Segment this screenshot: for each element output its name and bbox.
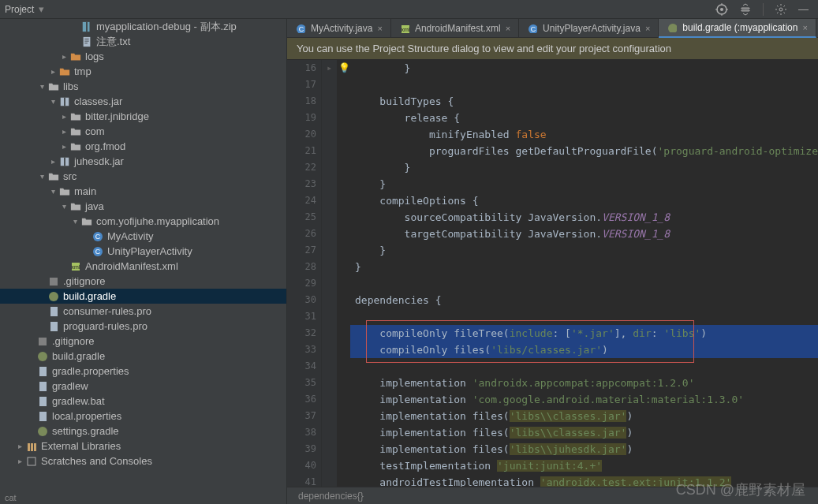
tree-row[interactable]: settings.gradle <box>0 424 286 439</box>
settings-icon[interactable] <box>775 3 787 16</box>
code-editor[interactable]: } buildTypes { release { minifyEnabled f… <box>350 60 818 487</box>
expand-arrow[interactable]: ▸ <box>58 112 69 121</box>
code-line[interactable]: } <box>350 176 818 192</box>
line-number[interactable]: 36 <box>292 391 316 408</box>
code-line[interactable]: compileOnly fileTree(include: ['*.jar'],… <box>350 325 818 342</box>
code-line[interactable]: buildTypes { <box>350 93 818 110</box>
tree-row[interactable]: myapplication-debug - 副本.zip <box>0 19 286 34</box>
expand-arrow[interactable]: ▸ <box>47 157 58 166</box>
code-line[interactable]: testImplementation 'junit:junit:4.+' <box>350 457 818 474</box>
tree-row[interactable]: CUnityPlayerActivity <box>0 244 286 259</box>
tree-row[interactable]: 注意.txt <box>0 34 286 49</box>
line-number[interactable]: 28 <box>292 259 316 275</box>
code-line[interactable] <box>350 77 818 93</box>
line-number[interactable]: 25 <box>292 209 316 226</box>
line-number[interactable]: 18 <box>292 93 316 110</box>
editor-tab[interactable]: build.gradle (:myapplication× <box>659 19 816 38</box>
tree-row[interactable]: proguard-rules.pro <box>0 319 286 334</box>
tree-row[interactable]: .gitignore <box>0 334 286 349</box>
line-number[interactable]: 17 <box>292 77 316 93</box>
code-line[interactable]: implementation files('libs\\classes.jar'… <box>350 408 818 424</box>
expand-arrow[interactable]: ▾ <box>36 172 47 181</box>
line-number[interactable]: 33 <box>292 342 316 358</box>
tree-row[interactable]: gradlew <box>0 379 286 394</box>
intention-bulb[interactable]: 💡 <box>338 60 350 77</box>
expand-arrow[interactable]: ▾ <box>47 97 58 106</box>
expand-arrow[interactable]: ▸ <box>58 52 69 61</box>
code-line[interactable]: dependencies { <box>350 292 818 308</box>
tree-row[interactable]: local.properties <box>0 409 286 424</box>
tree-row[interactable]: gradlew.bat <box>0 394 286 409</box>
tree-row[interactable]: ▾src <box>0 169 286 184</box>
code-line[interactable]: } <box>350 242 818 259</box>
code-line[interactable]: targetCompatibility JavaVersion.VERSION_… <box>350 226 818 242</box>
line-number[interactable]: 19 <box>292 110 316 126</box>
tree-row[interactable]: ▾main <box>0 184 286 199</box>
expand-arrow[interactable]: ▾ <box>36 82 47 91</box>
code-line[interactable]: proguardFiles getDefaultProguardFile('pr… <box>350 143 818 159</box>
code-line[interactable]: } <box>350 60 818 77</box>
expand-arrow[interactable]: ▾ <box>58 202 69 211</box>
line-number[interactable]: 20 <box>292 126 316 143</box>
fold-marker[interactable]: ▸ <box>322 60 337 77</box>
code-line[interactable]: } <box>350 159 818 176</box>
line-number[interactable]: 24 <box>292 192 316 209</box>
code-line[interactable]: compileOptions { <box>350 192 818 209</box>
line-number[interactable]: 27 <box>292 242 316 259</box>
tree-row[interactable]: ▸External Libraries <box>0 439 286 454</box>
line-number[interactable]: 29 <box>292 275 316 292</box>
line-number[interactable]: 21 <box>292 143 316 159</box>
code-line[interactable]: release { <box>350 110 818 126</box>
code-line[interactable] <box>350 275 818 292</box>
line-number[interactable]: 22 <box>292 159 316 176</box>
line-number[interactable]: 41 <box>292 474 316 487</box>
line-number[interactable]: 16 <box>292 60 316 77</box>
tree-row[interactable]: ▸Scratches and Consoles <box>0 454 286 469</box>
tree-row[interactable]: ▾java <box>0 199 286 214</box>
code-line[interactable]: sourceCompatibility JavaVersion.VERSION_… <box>350 209 818 226</box>
line-gutter[interactable]: 1617181920212223242526272829303132333435… <box>287 60 322 487</box>
tree-row[interactable]: ▸com <box>0 124 286 139</box>
tree-row[interactable]: ▸logs <box>0 49 286 64</box>
expand-arrow[interactable]: ▸ <box>58 127 69 136</box>
collapse-all-icon[interactable] <box>739 3 752 16</box>
line-number[interactable]: 40 <box>292 457 316 474</box>
intention-column[interactable]: 💡 <box>338 60 350 487</box>
code-line[interactable]: implementation 'com.google.android.mater… <box>350 391 818 408</box>
target-icon[interactable] <box>715 3 728 16</box>
expand-arrow[interactable]: ▾ <box>47 187 58 196</box>
code-line[interactable]: implementation files('libs\\classes.jar'… <box>350 424 818 441</box>
expand-arrow[interactable]: ▸ <box>14 457 25 465</box>
line-number[interactable]: 34 <box>292 358 316 375</box>
project-tree[interactable]: myapplication-debug - 副本.zip注意.txt▸logs▸… <box>0 19 287 504</box>
expand-arrow[interactable]: ▸ <box>14 442 25 450</box>
close-icon[interactable]: × <box>802 23 807 32</box>
tree-row[interactable]: ▸bitter.jnibridge <box>0 109 286 124</box>
editor-tab[interactable]: CUnityPlayerActivity.java× <box>519 19 659 38</box>
line-number[interactable]: 23 <box>292 176 316 192</box>
tree-row[interactable]: CMyActivity <box>0 229 286 244</box>
tree-row[interactable]: .gitignore <box>0 274 286 289</box>
line-number[interactable]: 39 <box>292 441 316 457</box>
expand-arrow[interactable]: ▸ <box>47 67 58 76</box>
tree-row[interactable]: ▾classes.jar <box>0 94 286 109</box>
tree-row[interactable]: ▸tmp <box>0 64 286 79</box>
line-number[interactable]: 38 <box>292 424 316 441</box>
minimize-icon[interactable]: — <box>798 3 809 15</box>
expand-arrow[interactable]: ▾ <box>69 217 80 226</box>
tree-row[interactable]: build.gradle <box>0 289 286 304</box>
line-number[interactable]: 26 <box>292 226 316 242</box>
close-icon[interactable]: × <box>506 24 510 33</box>
line-number[interactable]: 31 <box>292 308 316 325</box>
fold-column[interactable]: ▸ <box>322 60 338 487</box>
code-line[interactable]: compileOnly files('libs/classes.jar') <box>350 342 818 358</box>
line-number[interactable]: 35 <box>292 375 316 391</box>
tree-row[interactable]: ▾libs <box>0 79 286 94</box>
tree-row[interactable]: xmlAndroidManifest.xml <box>0 259 286 274</box>
code-line[interactable]: implementation 'androidx.appcompat:appco… <box>350 375 818 391</box>
line-number[interactable]: 32 <box>292 325 316 342</box>
dropdown-indicator[interactable]: ▾ <box>39 3 44 15</box>
code-line[interactable]: minifyEnabled false <box>350 126 818 143</box>
tree-row[interactable]: build.gradle <box>0 349 286 364</box>
tree-row[interactable]: ▸juhesdk.jar <box>0 154 286 169</box>
